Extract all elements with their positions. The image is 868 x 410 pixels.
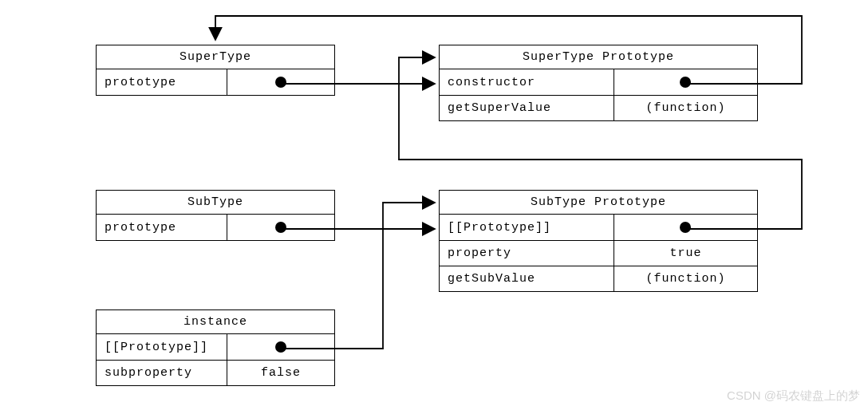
subtype-prototype-value bbox=[227, 215, 334, 240]
supertype-proto-box: SuperType Prototype constructor getSuper… bbox=[439, 45, 758, 121]
pointer-dot-icon bbox=[275, 77, 286, 88]
subtype-title: SubType bbox=[97, 191, 334, 215]
instance-subproperty-label: subproperty bbox=[97, 361, 227, 385]
subtype-box: SubType prototype bbox=[96, 190, 335, 241]
instance-box: instance [[Prototype]] subproperty false bbox=[96, 309, 335, 386]
watermark-text: CSDN @码农键盘上的梦 bbox=[727, 388, 860, 404]
table-row: [[Prototype]] bbox=[97, 334, 334, 360]
instance-title: instance bbox=[97, 310, 334, 334]
instance-subproperty-value: false bbox=[227, 361, 334, 385]
subtype-prototype-label: prototype bbox=[97, 215, 227, 240]
pointer-dot-icon bbox=[275, 222, 286, 233]
subtype-proto-property-value: true bbox=[614, 241, 757, 266]
table-row: getSuperValue (function) bbox=[440, 95, 757, 120]
subtype-proto-getsubvalue-label: getSubValue bbox=[440, 266, 614, 291]
pointer-dot-icon bbox=[680, 77, 691, 88]
supertype-prototype-label: prototype bbox=[97, 69, 227, 95]
table-row: constructor bbox=[440, 69, 757, 95]
pointer-dot-icon bbox=[680, 222, 691, 233]
subtype-proto-box: SubType Prototype [[Prototype]] property… bbox=[439, 190, 758, 292]
supertype-proto-constructor-label: constructor bbox=[440, 69, 614, 95]
subtype-proto-prototype-label: [[Prototype]] bbox=[440, 215, 614, 240]
table-row: property true bbox=[440, 240, 757, 266]
supertype-title: SuperType bbox=[97, 45, 334, 69]
subtype-proto-property-label: property bbox=[440, 241, 614, 266]
supertype-prototype-value bbox=[227, 69, 334, 95]
supertype-proto-getsupervalue-value: (function) bbox=[614, 96, 757, 120]
table-row: prototype bbox=[97, 215, 334, 240]
subtype-proto-getsubvalue-value: (function) bbox=[614, 266, 757, 291]
pointer-dot-icon bbox=[275, 341, 286, 353]
instance-prototype-value bbox=[227, 334, 334, 360]
table-row: getSubValue (function) bbox=[440, 266, 757, 291]
supertype-box: SuperType prototype bbox=[96, 45, 335, 96]
supertype-proto-constructor-value bbox=[614, 69, 757, 95]
supertype-proto-getsupervalue-label: getSuperValue bbox=[440, 96, 614, 120]
subtype-proto-prototype-value bbox=[614, 215, 757, 240]
table-row: subproperty false bbox=[97, 360, 334, 385]
subtype-proto-title: SubType Prototype bbox=[440, 191, 757, 215]
supertype-proto-title: SuperType Prototype bbox=[440, 45, 757, 69]
instance-prototype-label: [[Prototype]] bbox=[97, 334, 227, 360]
table-row: prototype bbox=[97, 69, 334, 95]
table-row: [[Prototype]] bbox=[440, 215, 757, 240]
